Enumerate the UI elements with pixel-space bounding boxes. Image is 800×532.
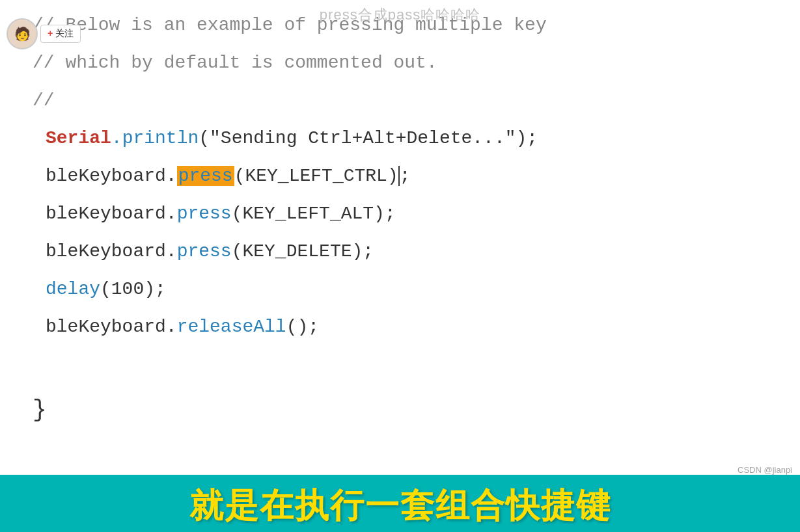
- method-press-highlighted: press: [177, 166, 234, 186]
- obj-ble-7: bleKeyboard.: [46, 241, 177, 261]
- method-press-7: press: [177, 241, 232, 261]
- param-8: (100);: [100, 279, 166, 299]
- watermark-overlay: press合成pass哈哈哈哈: [320, 5, 480, 25]
- param-7: (KEY_DELETE);: [232, 241, 374, 261]
- code-line-4: Serial.println("Sending Ctrl+Alt+Delete.…: [33, 120, 767, 157]
- teal-divider-bar: [0, 475, 800, 480]
- avatar-emoji: 🧑: [14, 26, 31, 42]
- code-line-9: bleKeyboard.releaseAll();: [33, 308, 767, 346]
- follow-plus-icon: +: [48, 29, 53, 39]
- follow-button[interactable]: + 关注: [40, 25, 81, 43]
- comment-2: // which by default is commented out.: [33, 53, 437, 73]
- serial-string: ("Sending Ctrl+Alt+Delete...");: [199, 128, 538, 148]
- param-9: ();: [286, 317, 319, 337]
- main-container: // Below is an example of pressing multi…: [0, 0, 800, 532]
- method-delay: delay: [46, 279, 100, 299]
- closing-brace: }: [33, 385, 767, 429]
- spacer2: [33, 366, 767, 385]
- method-println: .println: [111, 128, 199, 148]
- caption-text: 就是在执行一套组合快捷键: [189, 483, 611, 529]
- code-line-7: bleKeyboard.press(KEY_DELETE);: [33, 233, 767, 271]
- csdn-watermark: CSDN @jianpi: [738, 465, 792, 475]
- spacer: [33, 346, 767, 366]
- comment-3: //: [33, 90, 55, 111]
- code-line-8: delay(100);: [33, 271, 767, 308]
- code-line-2: // which by default is commented out.: [33, 44, 767, 82]
- keyword-serial: Serial: [46, 128, 111, 148]
- code-line-5: bleKeyboard.press(KEY_LEFT_CTRL);: [33, 157, 767, 195]
- avatar: 🧑: [7, 18, 38, 49]
- param-6: (KEY_LEFT_ALT);: [232, 204, 396, 224]
- code-area: // Below is an example of pressing multi…: [0, 0, 800, 467]
- avatar-follow-container: 🧑 + 关注: [7, 18, 81, 49]
- obj-ble-6: bleKeyboard.: [46, 204, 177, 224]
- obj-ble-5: bleKeyboard.: [46, 166, 177, 186]
- follow-label: 关注: [55, 28, 74, 40]
- code-line-3: //: [33, 82, 767, 120]
- semi-5: ;: [400, 166, 411, 186]
- obj-ble-9: bleKeyboard.: [46, 317, 177, 337]
- code-closing-brace: }: [33, 385, 767, 429]
- param-5: (KEY_LEFT_CTRL): [234, 166, 398, 186]
- method-release: releaseAll: [177, 317, 286, 337]
- code-line-6: bleKeyboard.press(KEY_LEFT_ALT);: [33, 195, 767, 233]
- caption-bar: 就是在执行一套组合快捷键: [0, 480, 800, 532]
- method-press-6: press: [177, 204, 232, 224]
